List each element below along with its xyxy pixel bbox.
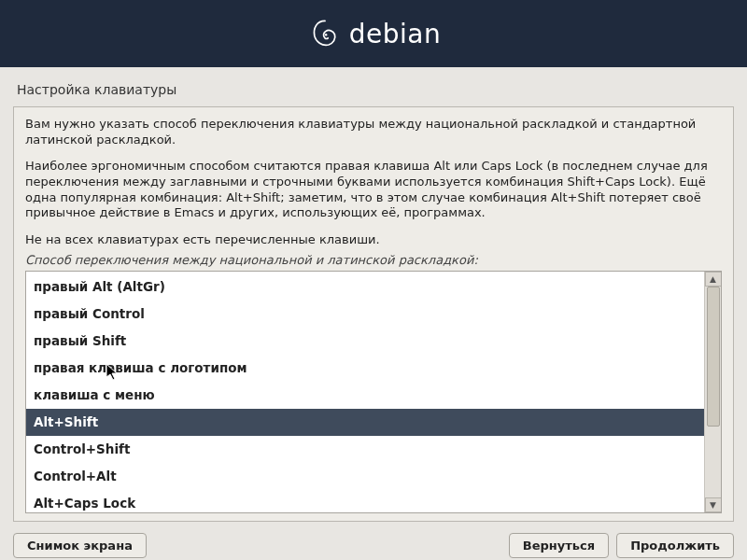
- debian-swirl-icon: [306, 15, 344, 52]
- footer-bar: Снимок экрана Вернуться Продолжить: [0, 522, 747, 558]
- options-list-wrap: правый Alt (AltGr)правый Controlправый S…: [25, 271, 722, 513]
- desc-paragraph-3: Не на всех клавиатурах есть перечисленны…: [25, 232, 722, 248]
- screenshot-button[interactable]: Снимок экрана: [13, 533, 147, 558]
- list-item[interactable]: правая клавиша с логотипом: [26, 355, 704, 382]
- list-item[interactable]: правый Shift: [26, 328, 704, 355]
- list-item[interactable]: правый Control: [26, 301, 704, 328]
- list-item[interactable]: Alt+Caps Lock: [26, 490, 704, 512]
- main-panel: Вам нужно указать способ переключения кл…: [13, 106, 734, 522]
- list-item[interactable]: Control+Alt: [26, 463, 704, 490]
- scroll-track[interactable]: [705, 287, 721, 497]
- list-item[interactable]: клавиша с меню: [26, 382, 704, 409]
- scroll-down-icon[interactable]: ▼: [705, 497, 722, 512]
- options-list[interactable]: правый Alt (AltGr)правый Controlправый S…: [26, 272, 704, 512]
- description-block: Вам нужно указать способ переключения кл…: [25, 117, 722, 253]
- brand-text: debian: [349, 19, 441, 49]
- debian-logo: debian: [306, 15, 441, 52]
- continue-button[interactable]: Продолжить: [616, 533, 734, 558]
- page-title: Настройка клавиатуры: [0, 67, 747, 106]
- footer-spacer: [154, 533, 501, 558]
- list-prompt: Способ переключения между национальной и…: [25, 253, 722, 267]
- installer-header: debian: [0, 0, 747, 67]
- desc-paragraph-2: Наиболее эргономичным способом считаются…: [25, 159, 722, 221]
- scroll-thumb[interactable]: [707, 287, 720, 427]
- list-item[interactable]: Control+Shift: [26, 436, 704, 463]
- list-item[interactable]: правый Alt (AltGr): [26, 273, 704, 301]
- back-button[interactable]: Вернуться: [509, 533, 609, 558]
- list-item[interactable]: Alt+Shift: [26, 409, 704, 436]
- desc-paragraph-1: Вам нужно указать способ переключения кл…: [25, 117, 722, 147]
- scroll-up-icon[interactable]: ▲: [705, 272, 722, 287]
- scrollbar[interactable]: ▲ ▼: [704, 272, 721, 512]
